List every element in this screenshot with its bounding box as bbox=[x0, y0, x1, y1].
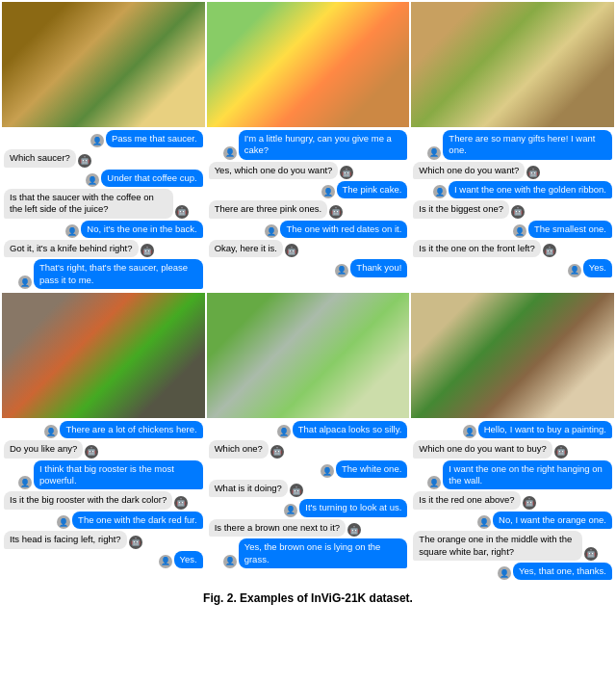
user-avatar: 👤 bbox=[18, 275, 32, 289]
cell-cupcakes: I'm a little hungry, can you give me a c… bbox=[207, 2, 410, 291]
chat-bubble: Under that coffee cup. bbox=[101, 170, 202, 187]
chat-bubble: The pink cake. bbox=[337, 181, 408, 198]
chat-bubble: Okay, here it is. bbox=[209, 240, 283, 257]
bubble-row: Which saucer?🤖 bbox=[4, 149, 203, 167]
chat-bubble: I think that big rooster is the most pow… bbox=[34, 460, 203, 490]
bubble-row: I'm a little hungry, can you give me a c… bbox=[209, 130, 408, 160]
bubble-row: I want the one with the golden ribbon.👤 bbox=[413, 181, 612, 198]
chat-bubble: Is it the biggest one? bbox=[413, 200, 509, 218]
bot-avatar: 🤖 bbox=[285, 244, 298, 257]
chat-bubble: Yes, which one do you want? bbox=[209, 162, 339, 179]
bubble-row: That's right, that's the saucer, please … bbox=[4, 259, 203, 289]
bubble-row: There are three pink ones.🤖 bbox=[209, 200, 408, 218]
image-alpacas bbox=[207, 293, 410, 418]
user-avatar: 👤 bbox=[223, 146, 237, 160]
user-avatar: 👤 bbox=[498, 566, 511, 580]
bubble-row: Yes, the brown one is lying on the grass… bbox=[209, 538, 408, 568]
user-avatar: 👤 bbox=[86, 173, 99, 187]
chat-bubble: That's right, that's the saucer, please … bbox=[34, 259, 203, 289]
bubble-row: Pass me that saucer.👤 bbox=[4, 130, 203, 147]
user-avatar: 👤 bbox=[335, 264, 348, 277]
bubble-row: Yes.👤 bbox=[413, 259, 612, 276]
bot-avatar: 🤖 bbox=[543, 244, 556, 257]
user-avatar: 👤 bbox=[18, 476, 32, 489]
chat-bubble: The smallest one. bbox=[528, 221, 612, 238]
user-avatar: 👤 bbox=[265, 224, 278, 238]
chat-bubble: Yes. bbox=[174, 551, 203, 568]
chat-bubble: I'm a little hungry, can you give me a c… bbox=[239, 130, 408, 160]
bubble-row: Which one?🤖 bbox=[209, 440, 408, 458]
bubble-row: Yes, which one do you want?🤖 bbox=[209, 162, 408, 179]
user-avatar: 👤 bbox=[284, 504, 297, 517]
bot-avatar: 🤖 bbox=[526, 166, 540, 179]
chat-alpacas: That alpaca looks so silly.👤Which one?🤖T… bbox=[207, 419, 410, 570]
bubble-row: There are so many gifts here! I want one… bbox=[413, 130, 612, 160]
chat-bubble: I want the one with the golden ribbon. bbox=[449, 181, 612, 198]
bubble-row: Its head is facing left, right?🤖 bbox=[4, 531, 203, 548]
bubble-row: What is it doing?🤖 bbox=[209, 480, 408, 497]
bubble-row: Which one do you want?🤖 bbox=[413, 162, 612, 179]
user-avatar: 👤 bbox=[90, 134, 104, 147]
chat-gifts: There are so many gifts here! I want one… bbox=[411, 128, 614, 279]
bubble-row: Yes.👤 bbox=[4, 551, 203, 568]
bot-avatar: 🤖 bbox=[340, 166, 353, 179]
bubble-row: No, I want the orange one.👤 bbox=[413, 512, 612, 529]
bubble-row: Is it the red one above?🤖 bbox=[413, 491, 612, 509]
bubble-row: Got it, it's a knife behind right?🤖 bbox=[4, 240, 203, 257]
bot-avatar: 🤖 bbox=[175, 205, 189, 219]
bot-avatar: 🤖 bbox=[129, 536, 142, 549]
image-chickens bbox=[2, 293, 205, 418]
user-avatar: 👤 bbox=[57, 515, 70, 529]
chat-bubble: Thank you! bbox=[350, 259, 407, 276]
bubble-row: The pink cake.👤 bbox=[209, 181, 408, 198]
chat-bubble: I want the one on the right hanging on t… bbox=[443, 460, 612, 490]
chat-bubble: Is it the big rooster with the dark colo… bbox=[4, 491, 172, 509]
chat-bubble: There are a lot of chickens here. bbox=[60, 421, 202, 438]
user-avatar: 👤 bbox=[321, 464, 334, 478]
chat-bubble: The one with the dark red fur. bbox=[72, 512, 203, 529]
chat-bubble: The one with red dates on it. bbox=[280, 221, 407, 238]
bot-avatar: 🤖 bbox=[174, 496, 188, 510]
bot-avatar: 🤖 bbox=[584, 547, 598, 561]
chat-bubble: No, I want the orange one. bbox=[493, 512, 612, 529]
chat-bubble: Which one do you want to buy? bbox=[413, 440, 552, 458]
user-avatar: 👤 bbox=[321, 185, 335, 198]
chat-bubble: There are so many gifts here! I want one… bbox=[443, 130, 612, 160]
bubble-row: Yes, that one, thanks.👤 bbox=[413, 563, 612, 580]
bubble-row: Is it the big rooster with the dark colo… bbox=[4, 491, 203, 509]
bubble-row: No, it's the one in the back.👤 bbox=[4, 221, 203, 238]
user-avatar: 👤 bbox=[568, 264, 581, 277]
user-avatar: 👤 bbox=[65, 224, 79, 238]
cell-gifts: There are so many gifts here! I want one… bbox=[411, 2, 614, 291]
image-gifts bbox=[411, 2, 614, 127]
bubble-row: The one with the dark red fur.👤 bbox=[4, 512, 203, 529]
chat-bubble: That alpaca looks so silly. bbox=[293, 421, 408, 438]
image-cupcakes bbox=[207, 2, 410, 127]
bot-avatar: 🤖 bbox=[78, 154, 91, 168]
bot-avatar: 🤖 bbox=[85, 445, 98, 459]
bubble-row: Is it the one on the front left?🤖 bbox=[413, 240, 612, 257]
chat-bubble: Which saucer? bbox=[4, 149, 76, 167]
user-avatar: 👤 bbox=[427, 146, 441, 160]
bot-avatar: 🤖 bbox=[141, 244, 154, 257]
bubble-row: Hello, I want to buy a painting.👤 bbox=[413, 421, 612, 438]
bubble-row: The one with red dates on it.👤 bbox=[209, 221, 408, 238]
chat-bubble: Yes. bbox=[583, 259, 612, 276]
main-grid: Pass me that saucer.👤Which saucer?🤖Under… bbox=[0, 0, 616, 588]
bubble-row: Is there a brown one next to it?🤖 bbox=[209, 519, 408, 537]
bubble-row: That alpaca looks so silly.👤 bbox=[209, 421, 408, 438]
bubble-row: The orange one in the middle with the sq… bbox=[413, 531, 612, 561]
chat-bubble: Do you like any? bbox=[4, 440, 83, 458]
chat-bubble: There are three pink ones. bbox=[209, 200, 327, 218]
bubble-row: The white one.👤 bbox=[209, 460, 408, 478]
user-avatar: 👤 bbox=[513, 224, 526, 238]
bubble-row: The smallest one.👤 bbox=[413, 221, 612, 238]
chat-bubble: Which one do you want? bbox=[413, 162, 525, 179]
chat-bubble: The orange one in the middle with the sq… bbox=[413, 531, 582, 561]
bubble-row: Okay, here it is.🤖 bbox=[209, 240, 408, 257]
bubble-row: Under that coffee cup.👤 bbox=[4, 170, 203, 187]
bot-avatar: 🤖 bbox=[554, 445, 568, 459]
chat-paintings: Hello, I want to buy a painting.👤Which o… bbox=[411, 419, 614, 582]
chat-bubble: It's turning to look at us. bbox=[299, 499, 407, 516]
cell-food: Pass me that saucer.👤Which saucer?🤖Under… bbox=[2, 2, 205, 291]
